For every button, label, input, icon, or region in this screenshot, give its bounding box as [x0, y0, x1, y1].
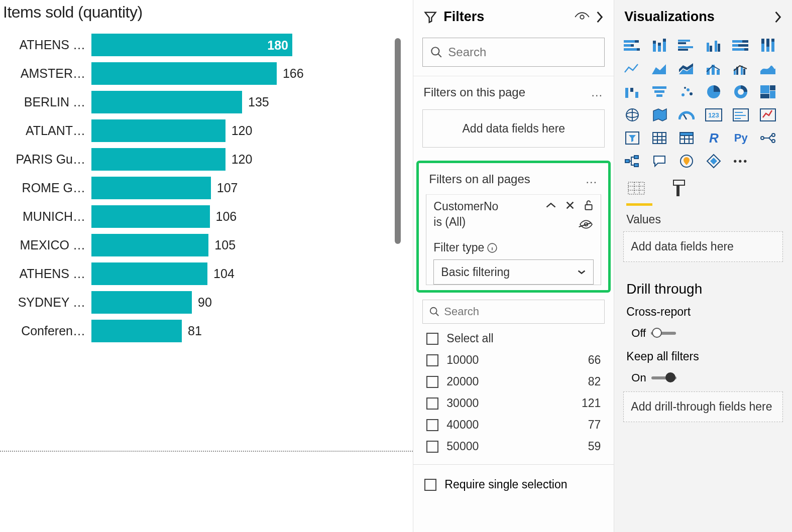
visualization-type-grid: 123 R Py ••• — [614, 34, 792, 175]
line-clustered-column-chart-icon[interactable] — [730, 60, 752, 78]
filter-values-search[interactable] — [422, 300, 605, 324]
require-single-selection[interactable]: Require single selection — [413, 464, 614, 495]
filters-search-input[interactable] — [448, 45, 598, 59]
eye-icon[interactable] — [575, 12, 590, 23]
filters-search[interactable] — [422, 38, 605, 67]
close-icon[interactable] — [565, 200, 575, 211]
100-stacked-column-chart-icon[interactable] — [757, 37, 779, 55]
ribbon-chart-icon[interactable] — [757, 60, 779, 78]
filters-pane: Filters Filters on this page … Add data … — [413, 0, 614, 532]
svg-rect-95 — [676, 185, 680, 196]
waterfall-chart-icon[interactable] — [621, 83, 643, 101]
bar-category-label: ATHENS … — [6, 38, 91, 52]
table-icon[interactable] — [648, 129, 670, 147]
drill-through-dropzone[interactable]: Add drill-through fields here — [623, 391, 783, 422]
checkbox-icon[interactable] — [426, 397, 438, 410]
multi-row-card-icon[interactable] — [730, 106, 752, 124]
filter-values-search-input[interactable] — [444, 305, 598, 318]
bar-row[interactable]: ATLANT…120 — [6, 116, 413, 145]
checkbox-icon[interactable] — [426, 419, 438, 431]
donut-chart-icon[interactable] — [730, 83, 752, 101]
stacked-bar-chart-icon[interactable] — [621, 37, 643, 55]
chart-scrollbar[interactable] — [395, 38, 401, 244]
filled-map-icon[interactable] — [648, 106, 670, 124]
card-icon[interactable]: 123 — [703, 106, 725, 124]
keep-filters-toggle[interactable]: On — [614, 366, 792, 391]
scatter-chart-icon[interactable] — [675, 83, 698, 101]
line-column-chart-icon[interactable] — [703, 60, 725, 78]
svg-rect-50 — [656, 94, 662, 97]
checkbox-icon[interactable] — [424, 479, 436, 491]
svg-rect-22 — [707, 43, 709, 52]
filter-option[interactable]: 30000121 — [413, 392, 614, 414]
bar-row[interactable]: BERLIN …135 — [6, 88, 413, 116]
kpi-icon[interactable] — [757, 106, 779, 124]
chevron-up-icon[interactable] — [545, 200, 556, 211]
bar-row[interactable]: ROME G…107 — [6, 174, 413, 202]
svg-rect-33 — [761, 44, 764, 52]
line-chart-icon[interactable] — [621, 60, 643, 78]
checkbox-icon[interactable] — [426, 354, 438, 366]
filter-type-select[interactable]: Basic filtering — [433, 259, 594, 285]
bar-row[interactable]: SYDNEY …90 — [6, 288, 413, 317]
map-icon[interactable] — [621, 106, 643, 124]
clustered-column-chart-icon[interactable] — [703, 37, 725, 55]
key-influencers-icon[interactable] — [757, 129, 779, 147]
lock-icon[interactable] — [584, 200, 594, 211]
fields-tab-icon[interactable] — [626, 179, 646, 200]
bar-row[interactable]: ATHENS …180 — [6, 31, 413, 59]
r-visual-icon[interactable]: R — [703, 129, 725, 147]
bar-row[interactable]: MUNICH…106 — [6, 202, 413, 231]
qa-visual-icon[interactable] — [648, 152, 670, 170]
python-visual-icon[interactable]: Py — [730, 129, 752, 147]
page-filters-dropzone[interactable]: Add data fields here — [422, 109, 605, 148]
svg-point-53 — [690, 92, 693, 95]
bar-row[interactable]: Conferen…81 — [6, 317, 413, 345]
chevron-right-icon[interactable] — [596, 11, 604, 24]
chevron-right-icon[interactable] — [774, 11, 782, 24]
decomposition-tree-icon[interactable] — [621, 152, 643, 170]
funnel-chart-icon[interactable] — [648, 83, 670, 101]
cross-report-toggle[interactable]: Off — [614, 322, 792, 347]
slicer-icon[interactable] — [621, 129, 643, 147]
power-apps-icon[interactable] — [703, 152, 725, 170]
search-icon — [429, 306, 440, 317]
more-visuals-icon[interactable]: ••• — [730, 152, 752, 170]
svg-rect-40 — [717, 70, 720, 75]
bar-row[interactable]: MEXICO …105 — [6, 231, 413, 259]
svg-rect-78 — [680, 132, 693, 136]
svg-rect-31 — [744, 48, 748, 51]
filter-option[interactable]: 5000059 — [413, 436, 614, 457]
stacked-area-chart-icon[interactable] — [675, 60, 698, 78]
values-dropzone[interactable]: Add data fields here — [623, 231, 783, 262]
checkbox-icon[interactable] — [426, 333, 438, 345]
bar-category-label: MUNICH… — [6, 209, 91, 224]
more-icon[interactable]: … — [585, 172, 598, 186]
svg-rect-72 — [653, 132, 666, 144]
100-stacked-bar-chart-icon[interactable] — [730, 37, 752, 55]
more-icon[interactable]: … — [591, 85, 604, 99]
clustered-bar-chart-icon[interactable] — [675, 37, 698, 55]
svg-rect-34 — [766, 39, 769, 47]
bar-row[interactable]: ATHENS …104 — [6, 259, 413, 288]
gauge-chart-icon[interactable] — [675, 106, 698, 124]
svg-text:123: 123 — [708, 111, 719, 119]
checkbox-icon[interactable] — [426, 441, 438, 453]
pie-chart-icon[interactable] — [703, 83, 725, 101]
filter-option[interactable]: 4000077 — [413, 414, 614, 436]
filter-option-count: 66 — [588, 353, 601, 367]
filter-option[interactable]: Select all — [413, 328, 614, 349]
checkbox-icon[interactable] — [426, 376, 438, 388]
area-chart-icon[interactable] — [648, 60, 670, 78]
matrix-icon[interactable] — [675, 129, 698, 147]
format-tab-icon[interactable] — [669, 179, 687, 200]
bar-row[interactable]: AMSTER…166 — [6, 59, 413, 88]
filter-option[interactable]: 1000066 — [413, 349, 614, 371]
arcgis-map-icon[interactable] — [675, 152, 698, 170]
hide-icon[interactable] — [580, 220, 593, 229]
info-icon[interactable] — [487, 243, 497, 253]
filter-option[interactable]: 2000082 — [413, 371, 614, 392]
treemap-chart-icon[interactable] — [757, 83, 779, 101]
stacked-column-chart-icon[interactable] — [648, 37, 670, 55]
bar-row[interactable]: PARIS Gu…120 — [6, 145, 413, 174]
